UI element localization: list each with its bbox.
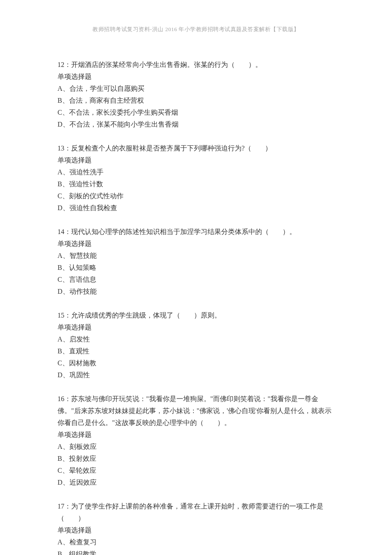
- question-option: B、投射效应: [58, 453, 334, 465]
- question-block: 12：开烟酒店的张某经常向小学生出售香娴。张某的行为（ ）。单项选择题A、合法，…: [58, 59, 334, 130]
- question-type: 单项选择题: [58, 429, 334, 441]
- question-option: A、合法，学生可以自愿购买: [58, 83, 334, 95]
- question-option: C、因材施教: [58, 357, 334, 369]
- question-block: 17：为了使学生作好上课前的各种准备，通常在上课开始时，教师需要进行的一项工作是…: [58, 500, 334, 555]
- questions-container: 12：开烟酒店的张某经常向小学生出售香娴。张某的行为（ ）。单项选择题A、合法，…: [58, 59, 334, 555]
- question-option: A、启发性: [58, 333, 334, 345]
- question-stem: 12：开烟酒店的张某经常向小学生出售香娴。张某的行为（ ）。: [58, 59, 334, 71]
- question-option: C、言语信息: [58, 274, 334, 286]
- question-stem: 17：为了使学生作好上课前的各种准备，通常在上课开始时，教师需要进行的一项工作是…: [58, 500, 334, 524]
- question-option: C、不合法，家长没委托小学生购买香烟: [58, 107, 334, 119]
- question-option: D、巩固性: [58, 369, 334, 381]
- question-option: B、组织教学: [58, 548, 334, 555]
- question-type: 单项选择题: [58, 238, 334, 250]
- question-option: B、认知策略: [58, 262, 334, 274]
- question-stem: 16：苏东坡与佛印开玩笑说："我看你是一堆狗屎。"而佛印则笑着说："我看你是一尊…: [58, 393, 334, 429]
- question-stem: 14：现代认知心理学的陈述性知识相当于加涅学习结果分类体系中的（ ）。: [58, 226, 334, 238]
- question-block: 15：允许成绩优秀的学生跳级，体现了（ ）原则。单项选择题A、启发性B、直观性C…: [58, 309, 334, 381]
- question-option: A、强迫性洗手: [58, 166, 334, 178]
- question-type: 单项选择题: [58, 71, 334, 83]
- question-block: 14：现代认知心理学的陈述性知识相当于加涅学习结果分类体系中的（ ）。单项选择题…: [58, 226, 334, 298]
- question-block: 13：反复检查个人的衣服鞋袜是否整齐属于下列哪种强迫行为?（ ）单项选择题A、强…: [58, 142, 334, 214]
- question-option: D、近因效应: [58, 477, 334, 489]
- question-type: 单项选择题: [58, 321, 334, 333]
- question-option: A、刻板效应: [58, 441, 334, 453]
- question-option: B、合法，商家有自主经营权: [58, 95, 334, 107]
- question-type: 单项选择题: [58, 154, 334, 166]
- question-option: B、强迫性计数: [58, 178, 334, 190]
- document-page: 教师招聘考试复习资料-洪山 2016 年小学教师招聘考试真题及答案解析【下载版】…: [0, 0, 392, 555]
- question-option: C、刻板的仪式性动作: [58, 190, 334, 202]
- question-option: B、直观性: [58, 345, 334, 357]
- question-option: D、强迫性自我检查: [58, 202, 334, 214]
- document-header: 教师招聘考试复习资料-洪山 2016 年小学教师招聘考试真题及答案解析【下载版】: [58, 26, 334, 33]
- question-option: D、不合法，张某不能向小学生出售香烟: [58, 119, 334, 130]
- question-option: A、检查复习: [58, 536, 334, 548]
- question-option: A、智慧技能: [58, 250, 334, 262]
- question-option: D、动作技能: [58, 286, 334, 298]
- question-stem: 13：反复检查个人的衣服鞋袜是否整齐属于下列哪种强迫行为?（ ）: [58, 142, 334, 154]
- question-option: C、晕轮效应: [58, 465, 334, 477]
- question-block: 16：苏东坡与佛印开玩笑说："我看你是一堆狗屎。"而佛印则笑着说："我看你是一尊…: [58, 393, 334, 489]
- question-type: 单项选择题: [58, 524, 334, 536]
- question-stem: 15：允许成绩优秀的学生跳级，体现了（ ）原则。: [58, 309, 334, 321]
